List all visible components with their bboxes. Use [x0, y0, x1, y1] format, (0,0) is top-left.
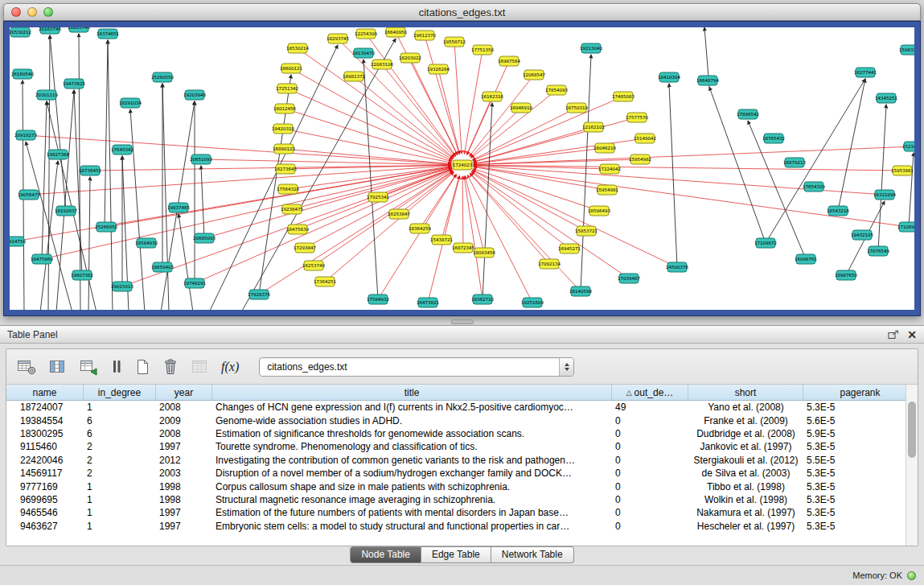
table-cell[interactable]: Disruption of a novel member of a sodium… [212, 468, 612, 479]
column-header-name[interactable]: name [6, 385, 84, 400]
table-cell[interactable]: Tibbo et al. (1998) [688, 481, 803, 492]
graph-node[interactable]: 25266950 [95, 222, 117, 232]
table-cell[interactable]: 9465546 [6, 507, 84, 518]
graph-node[interactable]: 20918273 [14, 130, 37, 140]
graph-node[interactable]: 24500376 [666, 262, 688, 272]
graph-node[interactable]: 18600121 [280, 64, 302, 73]
graph-node[interactable]: 16046216 [593, 143, 616, 153]
graph-node[interactable]: 15953981 [891, 166, 914, 175]
graph-node[interactable]: 16640950 [384, 27, 407, 37]
graph-node[interactable]: 19283746 [68, 27, 90, 32]
graph-node[interactable]: 14345251 [875, 93, 897, 103]
graph-hub-node[interactable]: 1724023 [453, 160, 473, 170]
graph-edge-red[interactable] [464, 50, 483, 154]
graph-edge[interactable] [50, 35, 66, 211]
column-header-year[interactable]: year [156, 385, 212, 400]
close-window-button[interactable] [11, 7, 21, 17]
graph-node[interactable]: 17564328 [277, 184, 299, 194]
graph-node[interactable]: 18987650 [835, 270, 857, 280]
graph-node[interactable]: 18981372 [343, 72, 365, 81]
table-cell[interactable]: 1998 [156, 481, 212, 492]
graph-node[interactable]: 17224042 [598, 164, 621, 174]
graph-node[interactable]: 17251342 [276, 84, 298, 93]
graph-node[interactable]: 19837465 [167, 203, 190, 212]
graph-edge-red[interactable] [462, 176, 463, 248]
graph-node[interactable]: 15963107 [899, 45, 914, 55]
import-table-button[interactable] [77, 356, 101, 377]
graph-node[interactable]: 20163746 [39, 27, 61, 34]
table-cell[interactable]: Embryonic stem cells: a model to study s… [212, 521, 612, 532]
table-cell[interactable]: 1997 [156, 507, 212, 518]
table-row[interactable]: 969969511998Structural magnetic resonanc… [6, 493, 918, 506]
graph-node[interactable]: 19748291 [183, 278, 206, 288]
graph-edge-red[interactable] [425, 35, 459, 154]
table-scrollbar[interactable] [906, 385, 918, 546]
graph-node[interactable]: 18736451 [79, 166, 101, 175]
table-cell[interactable]: 1998 [156, 494, 212, 505]
table-cell[interactable]: Structural magnetic resonance image aver… [212, 494, 612, 505]
graph-node[interactable]: 15438721 [430, 235, 453, 245]
table-row[interactable]: 1456911722003Disruption of a novel membe… [6, 467, 918, 480]
graph-node[interactable]: 18273645 [274, 164, 297, 174]
table-cell[interactable]: 9115460 [6, 441, 84, 452]
graph-node[interactable]: 18374651 [97, 29, 119, 39]
graph-node[interactable]: 18291034 [119, 98, 142, 108]
column-header-in_degree[interactable]: in_degree [84, 385, 156, 400]
function-builder-button[interactable]: f(x) [220, 358, 240, 376]
graph-node[interactable]: 17364251 [314, 277, 336, 286]
column-header-short[interactable]: short [688, 385, 803, 400]
table-cell[interactable]: Wolkin et al. (1998) [688, 494, 803, 505]
table-cell[interactable]: 5.5E-5 [803, 455, 918, 466]
graph-node[interactable]: 19420318 [272, 124, 294, 134]
graph-node[interactable]: 20685093 [193, 233, 216, 243]
column-header-out_de[interactable]: △out_de… [612, 385, 688, 400]
graph-node[interactable]: 17577570 [626, 113, 648, 122]
graph-node[interactable]: 18093456 [473, 248, 495, 257]
graph-node[interactable]: 18475869 [31, 254, 53, 264]
delete-table-button[interactable] [188, 356, 212, 377]
table-cell[interactable]: 5.3E-5 [803, 507, 918, 518]
table-cell[interactable]: 9699695 [6, 494, 84, 505]
zoom-window-button[interactable] [43, 7, 53, 17]
graph-node[interactable]: 16140598 [569, 286, 592, 296]
table-cell[interactable]: 0 [612, 481, 688, 492]
graph-node[interactable]: 25260550 [151, 72, 174, 82]
network-canvas[interactable]: 1853021418600121172513421801245619420318… [10, 27, 914, 310]
graph-node[interactable]: 17092134 [538, 259, 561, 269]
graph-edge[interactable] [162, 84, 169, 310]
graph-node[interactable]: 18293745 [326, 34, 349, 43]
graph-edge[interactable] [74, 90, 82, 275]
graph-edge-red[interactable] [464, 176, 483, 299]
graph-node[interactable]: 18596493 [588, 206, 610, 216]
table-cell[interactable]: 5.3E-5 [803, 468, 918, 479]
graph-node[interactable]: 19213040 [580, 43, 602, 53]
table-row[interactable]: 2242004622012Investigating the contribut… [6, 454, 918, 467]
graph-node[interactable]: 18364259 [409, 224, 431, 233]
graph-node[interactable]: 15149042 [634, 134, 656, 143]
graph-edge[interactable] [766, 79, 865, 243]
graph-edge-red[interactable] [465, 176, 484, 253]
table-cell[interactable]: 2009 [156, 415, 212, 426]
graph-node[interactable]: 18659403 [151, 262, 174, 272]
graph-node[interactable]: 12162102 [582, 122, 605, 132]
table-settings-button[interactable] [14, 356, 39, 377]
table-cell[interactable]: 0 [612, 455, 688, 466]
float-panel-icon[interactable] [888, 330, 899, 340]
scrollbar-thumb[interactable] [908, 402, 916, 458]
table-cell[interactable]: Changes of HCN gene expression and I(f) … [212, 402, 612, 413]
table-cell[interactable]: 1997 [156, 521, 212, 532]
graph-node[interactable]: 29015013 [111, 282, 133, 291]
graph-node[interactable]: 18530214 [286, 43, 309, 53]
graph-node[interactable]: 19827364 [47, 150, 69, 159]
graph-node[interactable]: 17876549 [867, 246, 889, 256]
table-cell[interactable]: 0 [612, 521, 688, 532]
graph-node[interactable]: 15954981 [596, 185, 618, 195]
graph-edge[interactable] [909, 153, 914, 227]
graph-node[interactable]: 12068547 [523, 70, 545, 80]
table-cell[interactable]: Nakamura et al. (1997) [688, 507, 803, 518]
graph-node[interactable]: 12254309 [355, 29, 377, 39]
table-cell[interactable]: 0 [612, 428, 688, 439]
graph-node[interactable]: 16890123 [273, 144, 295, 154]
graph-node[interactable]: 19251609 [521, 298, 544, 307]
graph-node[interactable]: 16098761 [795, 254, 817, 264]
